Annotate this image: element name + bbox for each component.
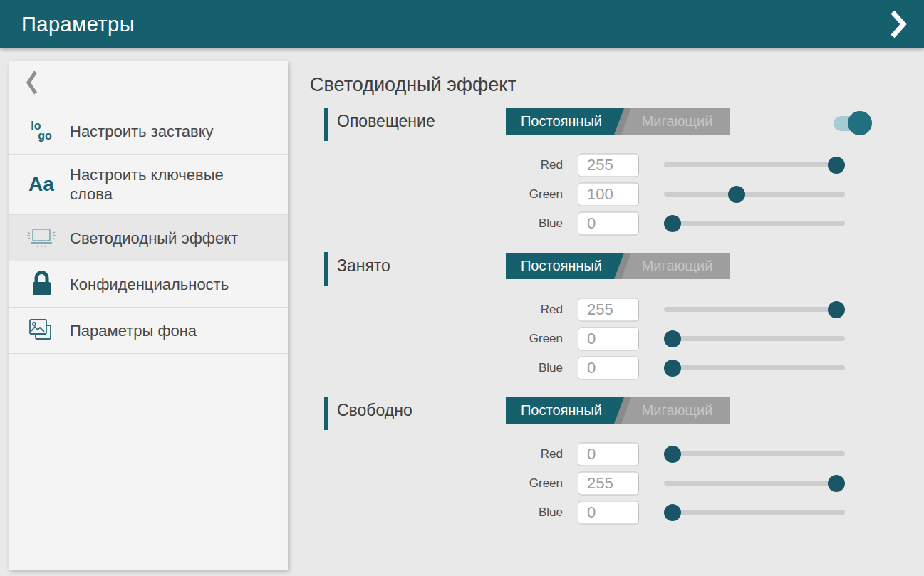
green-value-input[interactable] [578, 327, 639, 350]
slider-thumb[interactable] [828, 301, 845, 318]
green-slider[interactable] [664, 475, 845, 492]
red-label: Red [488, 158, 563, 172]
slider-thumb[interactable] [664, 360, 681, 377]
red-value-input[interactable] [578, 298, 639, 321]
blue-slider[interactable] [664, 215, 845, 232]
mode-blinking-button[interactable]: Мигающий [624, 108, 730, 135]
logo-icon: lo go [23, 121, 60, 141]
blue-value-input[interactable] [578, 211, 639, 235]
chevron-left-icon [26, 70, 38, 98]
red-value-input[interactable] [578, 442, 639, 466]
sidebar: lo go Настроить заставку Aa Настроить кл… [9, 61, 288, 570]
sidebar-item-background[interactable]: Параметры фона [9, 308, 288, 354]
sidebar-item-splash[interactable]: lo go Настроить заставку [9, 108, 288, 155]
app-title: Параметры [21, 13, 135, 36]
channel-row-red: Red [310, 439, 924, 468]
mode-segmented-control: Постоянный Мигающий [506, 108, 730, 135]
section-busy: Занято Постоянный Мигающий Red Green [310, 249, 924, 382]
sidebar-item-label: Параметры фона [70, 321, 197, 340]
channel-row-blue: Blue [310, 209, 924, 238]
slider-thumb[interactable] [828, 157, 845, 174]
green-value-input[interactable] [578, 182, 639, 206]
led-screen-icon [23, 225, 60, 251]
sidebar-item-keywords[interactable]: Aa Настроить ключевые слова [9, 155, 288, 215]
red-slider[interactable] [664, 157, 845, 174]
green-label: Green [488, 476, 563, 491]
slider-thumb[interactable] [728, 186, 745, 203]
mode-segmented-control: Постоянный Мигающий [506, 397, 730, 424]
mode-blinking-button[interactable]: Мигающий [624, 253, 730, 279]
slider-thumb[interactable] [828, 475, 845, 492]
mode-blinking-button[interactable]: Мигающий [624, 397, 730, 424]
mode-constant-button[interactable]: Постоянный [506, 108, 624, 135]
section-accent-bar [324, 252, 328, 286]
slider-thumb[interactable] [664, 446, 681, 463]
blue-label: Blue [488, 216, 563, 231]
mode-constant-button[interactable]: Постоянный [506, 253, 624, 279]
channel-row-green: Green [310, 468, 924, 498]
channel-row-green: Green [310, 179, 924, 209]
sidebar-item-label: Конфиденциальность [70, 275, 229, 294]
red-slider[interactable] [664, 301, 845, 318]
green-slider[interactable] [664, 186, 845, 203]
channel-row-blue: Blue [310, 498, 924, 527]
main-content: Светодиодный эффект Оповещение Постоянны… [310, 48, 924, 576]
red-label: Red [488, 447, 563, 461]
blue-label: Blue [488, 506, 563, 520]
red-slider[interactable] [664, 446, 845, 463]
green-slider[interactable] [664, 330, 845, 347]
chevron-right-icon[interactable] [890, 10, 907, 38]
mode-constant-button[interactable]: Постоянный [506, 397, 624, 424]
sidebar-item-label: Настроить ключевые слова [70, 165, 248, 204]
sidebar-item-privacy[interactable]: Конфиденциальность [9, 261, 288, 308]
section-title: Оповещение [337, 112, 435, 131]
lock-icon [23, 269, 60, 299]
blue-slider[interactable] [664, 360, 845, 377]
blue-label: Blue [488, 361, 563, 375]
blue-value-input[interactable] [578, 501, 639, 524]
red-value-input[interactable] [578, 153, 639, 177]
section-free: Свободно Постоянный Мигающий Red Green [310, 394, 924, 527]
sidebar-back-button[interactable] [9, 61, 288, 108]
sidebar-item-label: Настроить заставку [70, 122, 214, 141]
notification-toggle-switch[interactable] [834, 109, 873, 137]
section-notification: Оповещение Постоянный Мигающий Red Green [310, 105, 924, 238]
channel-row-green: Green [310, 324, 924, 353]
section-accent-bar [324, 108, 328, 141]
slider-thumb[interactable] [664, 330, 681, 347]
channel-row-blue: Blue [310, 353, 924, 382]
page-title: Светодиодный эффект [310, 74, 924, 96]
red-label: Red [488, 303, 563, 317]
green-label: Green [488, 187, 563, 201]
section-accent-bar [324, 397, 328, 430]
app-bar: Параметры [0, 0, 924, 48]
channel-row-red: Red [310, 295, 924, 324]
green-value-input[interactable] [578, 471, 639, 495]
images-icon [23, 316, 60, 345]
green-label: Green [488, 332, 563, 346]
toggle-thumb[interactable] [848, 111, 872, 135]
slider-thumb[interactable] [664, 215, 681, 232]
channel-row-red: Red [310, 150, 924, 179]
section-title: Занято [337, 256, 390, 276]
keywords-icon: Aa [23, 174, 60, 194]
blue-slider[interactable] [664, 504, 845, 521]
section-title: Свободно [337, 401, 412, 420]
sidebar-item-label: Светодиодный эффект [70, 229, 238, 248]
slider-thumb[interactable] [664, 504, 681, 521]
sidebar-item-led-effect[interactable]: Светодиодный эффект [9, 215, 288, 261]
mode-segmented-control: Постоянный Мигающий [506, 253, 730, 279]
blue-value-input[interactable] [578, 356, 639, 379]
